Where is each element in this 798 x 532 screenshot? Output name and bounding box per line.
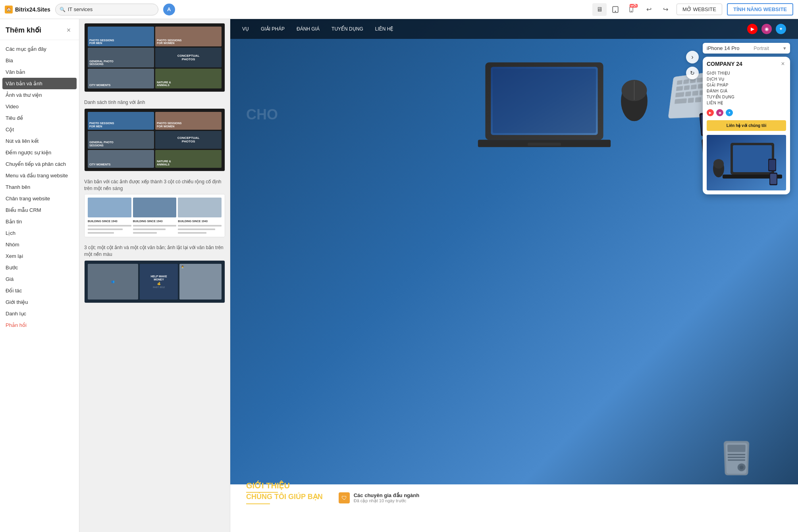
iphone-nav-item-3: ĐÁNH GIÁ xyxy=(707,88,786,94)
sidebar-item-ban-tin[interactable]: Bản tin xyxy=(0,216,79,227)
new-badge: MỚI xyxy=(630,4,638,8)
iphone-instagram-icon[interactable]: ◉ xyxy=(716,109,723,116)
middle-panel: PHOTO SESSIONSFOR MEN PHOTO SESSIONSFOR … xyxy=(79,19,230,532)
sidebar-item-dem-nguoc[interactable]: Đếm ngược sự kiện xyxy=(0,147,79,158)
sidebar-item-cot[interactable]: Cột xyxy=(0,124,79,135)
iphone-orientation: Portrait xyxy=(754,46,769,51)
sidebar-header: Thêm khối × xyxy=(0,19,79,40)
svg-rect-10 xyxy=(677,80,682,85)
website-preview: VỤ GIẢI PHÁP ĐÁNH GIÁ TUYỂN DỤNG LIÊN HỆ… xyxy=(230,19,798,532)
sidebar-item-buoc[interactable]: Bước xyxy=(0,262,79,273)
svg-rect-22 xyxy=(691,85,697,90)
block-preview-img-1[interactable]: PHOTO SESSIONSFOR MEN PHOTO SESSIONSFOR … xyxy=(84,23,225,92)
sidebar-item-chuyen-tiep[interactable]: Chuyển tiếp và phân cách xyxy=(0,158,79,170)
iphone-content: COMPANY 24 GIỚI THIỆU DỊCH VỤ GIẢI PHÁP … xyxy=(703,57,790,194)
sidebar-item-thanh-ben[interactable]: Thanh bên xyxy=(0,181,79,193)
svg-rect-64 xyxy=(733,145,772,172)
laptop-decoration xyxy=(469,59,620,163)
shield-icon: 🛡 xyxy=(339,492,350,503)
block-label-3: 3 cột; một cột ảnh và một cột văn bản; ả… xyxy=(84,244,225,258)
website-nav-icons: ▶ ◉ ✦ xyxy=(747,24,786,34)
nav-item-tuyendung[interactable]: TUYỂN DỤNG xyxy=(332,26,363,32)
svg-rect-38 xyxy=(688,98,694,103)
sidebar-item-phan-hoi[interactable]: Phản hồi xyxy=(0,319,79,331)
tablet-device-btn[interactable] xyxy=(608,3,623,16)
left-sidebar: Thêm khối × Các mục gần đây Bia Văn bản … xyxy=(0,19,79,532)
undo-btn[interactable]: ↩ xyxy=(643,4,655,15)
sidebar-item-nut-lienket[interactable]: Nút và liên kết xyxy=(0,135,79,147)
middle-scroll-area[interactable]: PHOTO SESSIONSFOR MEN PHOTO SESSIONSFOR … xyxy=(79,19,230,532)
svg-point-3 xyxy=(631,11,631,11)
youtube-icon[interactable]: ▶ xyxy=(747,24,758,34)
desktop-device-btn[interactable]: 🖥 xyxy=(592,3,607,16)
nav-item-lienhe[interactable]: LIÊN HỆ xyxy=(375,26,394,32)
mobile-device-btn[interactable]: MỚI xyxy=(624,3,638,16)
sidebar-item-tieude[interactable]: Tiêu đề xyxy=(0,112,79,124)
svg-rect-47 xyxy=(528,143,561,146)
nav-item-vu[interactable]: VỤ xyxy=(242,26,249,32)
block-preview-img-3col-flip[interactable]: 👥 HELP MAKEMONEY 💰 FAST 2012 👩‍💼 xyxy=(84,260,225,303)
bottom-expert-title: Các chuyên gia đầu ngành xyxy=(354,492,419,498)
block-preview-img-3col[interactable]: BUILDING SINCE 1943 BUILDING SINCE 1943 xyxy=(84,194,225,237)
iphone-model-name: iPhone 14 Pro xyxy=(707,45,739,51)
sidebar-item-gioi-thieu[interactable]: Giới thiệu xyxy=(0,296,79,308)
iphone-nav-item-0: GIỚI THIỆU xyxy=(707,70,786,76)
sidebar-item-anh-thuvien[interactable]: Ảnh và thư viện xyxy=(0,89,79,101)
iphone-nav-item-2: GIẢI PHÁP xyxy=(707,82,786,88)
svg-rect-31 xyxy=(692,90,698,96)
sidebar-item-chan-trang[interactable]: Chân trang website xyxy=(0,193,79,204)
iphone-company-title: COMPANY 24 xyxy=(707,61,786,67)
block-photo-grid-top: PHOTO SESSIONSFOR MEN PHOTO SESSIONSFOR … xyxy=(84,23,225,92)
iphone-nav-item-4: TUYỂN DỤNG xyxy=(707,94,786,100)
sidebar-item-recent[interactable]: Các mục gần đây xyxy=(0,43,79,55)
website-nav: VỤ GIẢI PHÁP ĐÁNH GIÁ TUYỂN DỤNG LIÊN HỆ… xyxy=(230,19,798,39)
sidebar-item-bia[interactable]: Bia xyxy=(0,55,79,66)
sidebar-item-doi-tac[interactable]: Đối tác xyxy=(0,285,79,296)
logo-area[interactable]: 🏠 Bitrix24.Sites xyxy=(5,6,50,13)
redo-btn[interactable]: ↪ xyxy=(660,4,672,15)
svg-rect-30 xyxy=(685,91,691,96)
search-box: 🔍 xyxy=(55,4,158,15)
sidebar-item-danh-luc[interactable]: Danh lục xyxy=(0,308,79,319)
sidebar-item-gia[interactable]: Giá xyxy=(0,273,79,285)
bottom-expert-area: 🛡 Các chuyên gia đầu ngành Đã cập nhật 1… xyxy=(339,492,782,503)
iphone-nav-item-1: DỊCH VỤ xyxy=(707,76,786,82)
sidebar-item-menu-dautrang[interactable]: Menu và đầu trang website xyxy=(0,170,79,181)
iphone-close-btn[interactable]: × xyxy=(779,60,787,68)
twitter-icon[interactable]: ✦ xyxy=(776,24,786,34)
block-3col-flip: 3 cột; một cột ảnh và một cột văn bản; ả… xyxy=(84,244,225,303)
scroll-refresh-btn[interactable]: ↻ xyxy=(686,67,699,79)
svg-rect-57 xyxy=(728,454,745,455)
iphone-youtube-icon[interactable]: ▶ xyxy=(707,109,714,116)
block-preview-img-photo-grid[interactable]: PHOTO SESSIONSFOR MEN PHOTO SESSIONSFOR … xyxy=(84,108,225,171)
iphone-twitter-icon[interactable]: ✦ xyxy=(726,109,733,116)
instagram-icon[interactable]: ◉ xyxy=(761,24,772,34)
svg-rect-56 xyxy=(727,445,746,452)
sidebar-item-bieu-mau[interactable]: Biểu mẫu CRM xyxy=(0,204,79,216)
nav-item-danhgia[interactable]: ĐÁNH GIÁ xyxy=(297,26,320,32)
sidebar-item-vanban-anh[interactable]: Văn bản và ảnh xyxy=(2,78,77,89)
sidebar-item-vanban[interactable]: Văn bản xyxy=(0,66,79,78)
avatar[interactable]: A xyxy=(163,4,175,15)
search-input[interactable] xyxy=(68,6,154,12)
sidebar-item-nhom[interactable]: Nhóm xyxy=(0,239,79,250)
sidebar-item-video[interactable]: Video xyxy=(0,101,79,112)
sidebar-item-xem-lai[interactable]: Xem lại xyxy=(0,250,79,262)
tinh-nang-website-btn[interactable]: TÍNH NĂNG WEBSITE xyxy=(727,3,793,15)
sidebar-title: Thêm khối xyxy=(6,26,41,35)
nav-item-giaiphap[interactable]: GIẢI PHÁP xyxy=(261,26,285,32)
iphone-nav-item-5: LIÊN HỆ xyxy=(707,100,786,106)
iphone-cta-btn[interactable]: Liên hệ với chúng tôi xyxy=(707,120,786,131)
close-sidebar-btn[interactable]: × xyxy=(64,25,73,35)
block-photo-grid: Danh sách tính năng với ảnh PHOTO SESSIO… xyxy=(84,99,225,171)
chevron-down-icon: ▾ xyxy=(783,45,786,51)
svg-point-1 xyxy=(615,11,616,12)
sidebar-item-lich[interactable]: Lịch xyxy=(0,227,79,239)
scroll-next-btn[interactable]: › xyxy=(686,51,699,63)
cho-text: CHO xyxy=(246,106,278,123)
iphone-selector[interactable]: iPhone 14 Pro Portrait ▾ xyxy=(703,43,790,54)
iphone-panel: › ↻ iPhone 14 Pro Portrait ▾ × COMPANY 2… xyxy=(703,43,790,194)
mo-website-btn[interactable]: MỞ WEBSITE xyxy=(677,4,722,15)
search-icon: 🔍 xyxy=(60,7,66,12)
website-bottom-section: Chúng tôi giúp bạn 🛡 Các chuyên gia đầu … xyxy=(230,484,798,532)
